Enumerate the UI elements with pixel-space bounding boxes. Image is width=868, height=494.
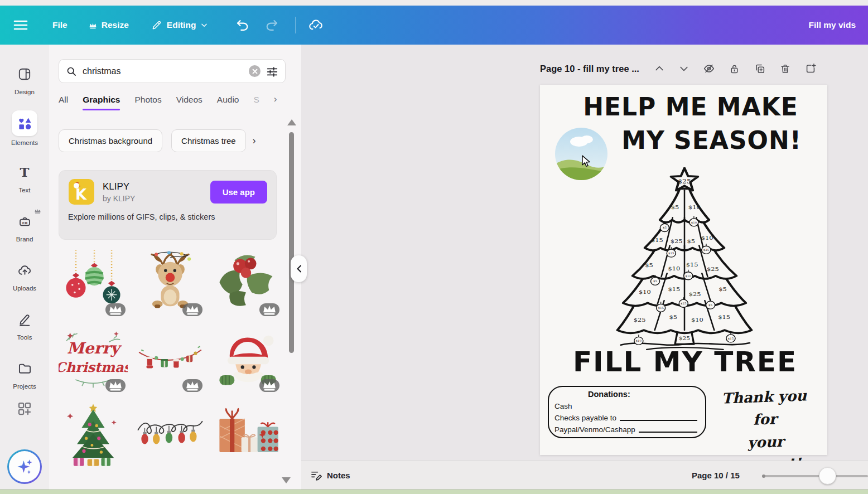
sidebar-item-brand[interactable]: coBrand: [3, 202, 46, 251]
zoom-slider-handle[interactable]: [819, 467, 836, 485]
resize-button[interactable]: Resize: [89, 20, 129, 30]
tree-dollar-label: $10: [688, 204, 701, 210]
graphic-thumbnail-string-lights[interactable]: [136, 400, 205, 470]
file-menu-button[interactable]: File: [52, 20, 67, 30]
sidebar-item-elements[interactable]: Elements: [3, 104, 46, 153]
magic-ai-button[interactable]: [7, 449, 42, 484]
suggestion-chip-1[interactable]: Christmas tree: [171, 129, 246, 152]
app-description: Explore millions of GIFS, clips, & stick…: [68, 212, 267, 221]
page-footer-heading[interactable]: FILL MY TREE: [562, 346, 808, 378]
scroll-down-arrow[interactable]: [282, 477, 291, 483]
undo-button[interactable]: [235, 18, 250, 33]
chips-overflow-chevron[interactable]: ›: [253, 135, 256, 147]
sidebar-item-projects[interactable]: Projects: [3, 349, 46, 398]
graphic-thumbnail-gift-boxes[interactable]: [213, 400, 282, 470]
tree-dollar-label: $15: [718, 314, 730, 321]
add-page-button[interactable]: [804, 62, 817, 75]
collapse-panel-button[interactable]: [291, 255, 307, 282]
add-page-icon: [804, 62, 817, 75]
page-title[interactable]: Page 10 - fill my tree ...: [540, 64, 639, 74]
app-name: KLIPY: [103, 181, 135, 192]
tree-dollar-label: $25: [671, 238, 683, 244]
text-icon: T: [12, 161, 37, 183]
bottom-bar: Notes Page 10 / 15: [301, 461, 868, 490]
sparkle-icon: [14, 456, 35, 477]
page-indicator[interactable]: Page 10 / 15: [692, 471, 740, 480]
use-app-button[interactable]: Use app: [210, 181, 267, 204]
notes-button[interactable]: Notes: [310, 469, 350, 481]
tree-dollar-label: $10: [686, 274, 691, 278]
sidebar-item-label: Design: [15, 89, 35, 95]
fundraiser-tree-graphic[interactable]: $25$5$10$15$25$5$10$5$10$5$10$15$25$15$2…: [614, 167, 755, 352]
projects-icon: [12, 357, 37, 380]
tree-dollar-label: $10: [636, 340, 642, 343]
move-page-up-button[interactable]: [654, 63, 665, 74]
close-icon: [252, 69, 258, 74]
tabs-overflow-chevron[interactable]: ›: [274, 94, 277, 110]
document-title[interactable]: Fill my vids: [809, 20, 856, 30]
panel-scrollbar[interactable]: [289, 132, 294, 353]
donations-title: Donations:: [588, 390, 700, 399]
page-heading-line2[interactable]: MY SEASON!: [618, 126, 805, 154]
chevron-up-icon: [654, 63, 665, 74]
apps-grid-icon: [16, 400, 33, 417]
cloud-save-status[interactable]: [308, 17, 324, 33]
sidebar-item-text[interactable]: TText: [3, 153, 46, 202]
graphic-thumbnail-peeking-santa[interactable]: [213, 324, 282, 394]
tab-videos[interactable]: Videos: [176, 95, 202, 110]
graphic-thumbnail-merry-christmas-lettering[interactable]: Merry Christmas: [59, 324, 128, 394]
app-byline: by KLIPY: [103, 194, 135, 203]
pencil-icon: [151, 20, 162, 31]
canvas-area: Page 10 - fill my tree ...: [301, 45, 868, 461]
tree-dollar-label: $5: [687, 238, 696, 244]
tab-photos[interactable]: Photos: [134, 95, 161, 110]
sidebar-item-design[interactable]: Design: [3, 55, 46, 104]
search-bar[interactable]: [59, 59, 286, 83]
graphic-thumbnail-christmas-ornaments[interactable]: [59, 248, 128, 318]
duplicate-page-button[interactable]: [754, 62, 766, 75]
graphic-thumbnail-reindeer[interactable]: [136, 248, 205, 318]
file-menu-label: File: [52, 20, 67, 30]
graphic-thumbnail-christmas-garland[interactable]: [136, 324, 205, 394]
browser-top-strip: [0, 0, 868, 6]
search-icon: [66, 66, 77, 77]
sidebar-item-label: Brand: [16, 236, 33, 243]
tree-dollar-label: $25: [689, 291, 701, 298]
editing-mode-dropdown[interactable]: Editing: [151, 20, 209, 31]
tree-dollar-label: $25: [634, 316, 646, 323]
tab-audio[interactable]: Audio: [217, 95, 239, 110]
zoom-slider[interactable]: [763, 475, 868, 477]
tab-all[interactable]: All: [59, 95, 68, 110]
sidebar-item-tools[interactable]: Tools: [3, 300, 46, 349]
design-page[interactable]: HELP ME MAKE MY SEASON!: [540, 85, 827, 455]
tab-graphics[interactable]: Graphics: [83, 95, 120, 110]
search-input[interactable]: [83, 66, 243, 76]
scroll-up-arrow[interactable]: [287, 119, 296, 125]
pro-crown-badge: [182, 379, 202, 392]
lock-page-button[interactable]: [729, 63, 740, 75]
donation-option-cash: Cash: [554, 402, 572, 410]
page-heading-line1[interactable]: HELP ME MAKE: [579, 93, 802, 121]
graphic-thumbnail-holly-berries[interactable]: [213, 248, 282, 318]
graphic-thumbnail-decorated-christmas-tree[interactable]: [59, 400, 128, 470]
clear-search-button[interactable]: [249, 65, 261, 77]
hamburger-icon: [13, 19, 28, 31]
delete-page-button[interactable]: [779, 63, 791, 75]
hide-page-button[interactable]: [703, 62, 715, 75]
sidebar-item-uploads[interactable]: Uploads: [3, 251, 46, 300]
filter-settings-icon[interactable]: [266, 65, 278, 78]
editing-label: Editing: [167, 20, 196, 30]
tree-dollar-label: $5: [653, 280, 657, 283]
landscape-placeholder-image[interactable]: [554, 127, 608, 181]
hamburger-menu-button[interactable]: [13, 19, 28, 31]
donation-option-checks: Checks payable to: [554, 414, 616, 422]
move-page-down-button[interactable]: [678, 63, 689, 74]
redo-button[interactable]: [264, 18, 279, 33]
left-sidebar: DesignElementsTTextcoBrandUploadsToolsPr…: [0, 45, 49, 494]
tab-s[interactable]: S: [253, 95, 259, 110]
suggestion-chip-0[interactable]: Christmas background: [59, 129, 162, 152]
tree-dollar-label: $15: [668, 286, 680, 293]
redo-icon: [264, 18, 279, 33]
donations-box[interactable]: Donations: Cash Checks payable to Paypal…: [548, 386, 706, 438]
sidebar-item-apps[interactable]: [16, 400, 33, 419]
